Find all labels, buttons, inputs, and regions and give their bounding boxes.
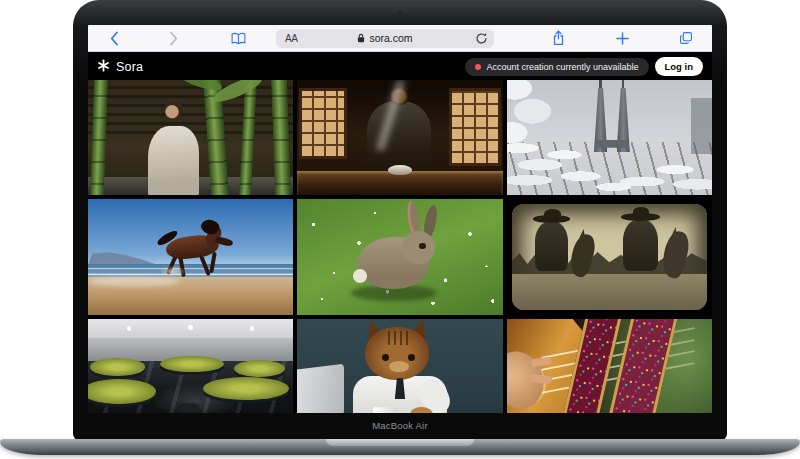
tower-antenna [599,80,601,89]
video-thumbnail-meadow-rabbit[interactable] [297,199,502,315]
video-thumbnail-office-cat[interactable] [297,319,502,413]
video-thumbnail-embroidered-guitar[interactable] [507,319,712,413]
chevron-left-icon [109,31,119,46]
back-button[interactable] [104,28,124,48]
rabbit-head [402,231,435,263]
brand-home-link[interactable]: Sora [97,58,143,76]
moss-island [90,358,145,375]
new-tab-button[interactable] [612,28,632,48]
brand-name: Sora [116,60,143,74]
rabbit-eye [419,243,425,249]
sand-dust [158,266,187,276]
tower-antenna [622,80,624,89]
coffee-mug [373,407,397,413]
video-thumbnail-beach-horse[interactable] [88,199,293,315]
cowboy-hat-crown [544,209,561,219]
address-bar[interactable]: AA sora.com [276,29,494,48]
cat-eye [382,354,389,361]
reload-button[interactable] [475,32,488,45]
video-thumbnail-moss-installation[interactable] [88,319,293,413]
video-grid [88,80,712,413]
video-thumbnail-bamboo-woman[interactable] [88,80,293,195]
lid-notch [326,439,474,446]
ground [512,274,707,310]
site-header: Sora Account creation currently unavaila… [88,53,712,80]
status-badge: Account creation currently unavailable [465,58,648,76]
laptop-screen: AA sora.com [88,25,712,413]
sora-page: Sora Account creation currently unavaila… [88,53,712,413]
device-label: MacBook Air [73,420,727,431]
book-icon [231,32,246,45]
video-thumbnail-snow-towers[interactable] [507,80,712,195]
chevron-right-icon [169,31,179,46]
shoji-window [449,88,500,166]
login-button[interactable]: Log in [655,57,704,76]
share-icon [552,30,565,46]
moss-island [234,360,285,377]
tabs-icon [679,31,693,45]
macbook-mockup: AA sora.com [0,0,800,459]
cowboy-hat-crown [633,207,650,217]
openai-logo-icon [97,58,110,76]
webcam-dot [398,11,402,15]
status-text: Account creation currently unavailable [486,62,638,72]
forward-button[interactable] [164,28,184,48]
laptop-screen-prop [297,363,344,413]
plus-icon [616,32,629,45]
tab-overview-button[interactable] [676,28,696,48]
share-button[interactable] [548,28,568,48]
lock-icon [357,33,365,43]
snowy-tree [507,80,564,158]
url-text: sora.com [369,32,412,44]
moss-island [88,379,156,403]
reader-mode-button[interactable]: AA [285,33,297,44]
cowboy-rider [623,220,658,271]
video-thumbnail-sepia-cowboys[interactable] [507,199,712,315]
video-thumbnail-tea-man[interactable] [297,80,502,195]
wet-sand-shine [88,276,180,288]
status-dot-icon [475,64,481,70]
safari-toolbar: AA sora.com [88,25,712,52]
vintage-film-frame [512,204,707,311]
mountain [88,250,158,265]
gallery-ceiling [88,319,293,338]
cat-forehead-stripes [384,331,413,345]
kimono-figure [148,126,199,195]
shoji-window [299,88,346,159]
laptop-lid: AA sora.com [73,0,727,440]
bookmarks-button[interactable] [228,28,248,48]
rabbit-tail [353,269,367,283]
dark-rock [178,403,199,413]
cowboy-rider [535,222,568,271]
